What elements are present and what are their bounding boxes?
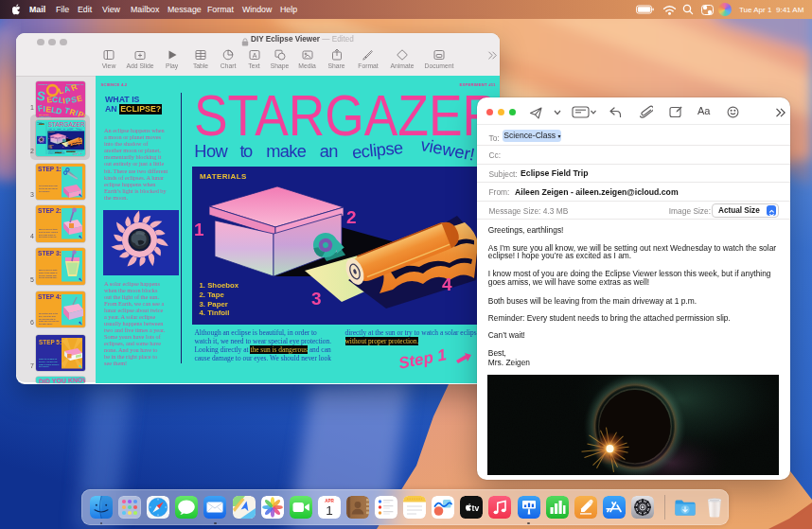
svg-text:3. Paper: 3. Paper	[199, 300, 227, 309]
svg-text:4: 4	[442, 274, 452, 294]
svg-text:over the hole. Using a: over the hole. Using a	[39, 231, 59, 233]
svg-text:tv: tv	[472, 503, 480, 513]
svg-text:Class Science: Class Science	[39, 115, 51, 116]
svg-text:3: 3	[62, 145, 63, 147]
svg-text:the foil-covered hole.: the foil-covered hole.	[39, 277, 58, 279]
svg-text:D: D	[55, 105, 62, 115]
svg-text:S: S	[36, 88, 46, 103]
svg-text:A: A	[252, 52, 256, 59]
svg-text:DID YOU KNOW...: DID YOU KNOW...	[38, 377, 84, 383]
svg-text:the eclipse!: the eclipse!	[39, 365, 49, 367]
svg-text:2: 2	[346, 207, 357, 227]
svg-text:make: make	[266, 141, 307, 161]
svg-text:Cut a small hole near: Cut a small hole near	[39, 185, 58, 186]
svg-text:ready to safely observe: ready to safely observe	[39, 362, 60, 364]
svg-text:viewer!: viewer!	[75, 127, 82, 130]
svg-text:Place the lid back on: Place the lid back on	[39, 358, 58, 360]
svg-text:the top on one end of: the top on one end of	[39, 186, 58, 188]
svg-text:1: 1	[326, 503, 333, 518]
svg-text:viewer!: viewer!	[418, 134, 476, 165]
svg-text:How: How	[47, 128, 52, 130]
svg-text:1: 1	[194, 220, 204, 239]
svg-text:make: make	[56, 128, 62, 130]
svg-text:eclipse: eclipse	[350, 137, 403, 163]
svg-text:How: How	[194, 141, 228, 161]
svg-text:1: 1	[47, 137, 49, 139]
svg-text:to: to	[53, 128, 55, 130]
svg-text:2. Tape: 2. Tape	[199, 291, 224, 299]
svg-text:the white paper.: the white paper.	[39, 323, 53, 325]
svg-text:the box. You are now: the box. You are now	[39, 360, 58, 361]
svg-text:1. Shoebox: 1. Shoebox	[199, 281, 238, 290]
svg-text:paper to the inside of: paper to the inside of	[39, 272, 58, 273]
svg-text:eclipse: eclipse	[66, 127, 74, 130]
svg-text:4: 4	[78, 143, 79, 145]
svg-text:an: an	[62, 128, 65, 130]
svg-text:make sure you can see: make sure you can see	[39, 320, 60, 322]
svg-text:an: an	[319, 141, 338, 161]
svg-text:Tape a piece of tinfoil: Tape a piece of tinfoil	[39, 228, 58, 230]
svg-text:MATERIALS: MATERIALS	[200, 172, 247, 181]
svg-text:4. Tinfoil: 4. Tinfoil	[199, 309, 229, 317]
svg-text:2: 2	[66, 135, 68, 137]
svg-text:you will look into to: you will look into to	[39, 317, 56, 319]
svg-text:STEP 5:: STEP 5:	[39, 339, 62, 345]
svg-text:3: 3	[311, 289, 322, 309]
svg-text:On another day of the: On another day of the	[39, 312, 59, 314]
svg-text:the shoebox.: the shoebox.	[39, 189, 50, 191]
svg-text:the center of the foil.: the center of the foil.	[39, 236, 57, 238]
svg-text:to: to	[239, 141, 253, 161]
svg-text:MATERIALS: MATERIALS	[48, 131, 54, 132]
svg-text:E: E	[75, 93, 83, 103]
svg-text:Tape a piece of white: Tape a piece of white	[39, 269, 58, 271]
